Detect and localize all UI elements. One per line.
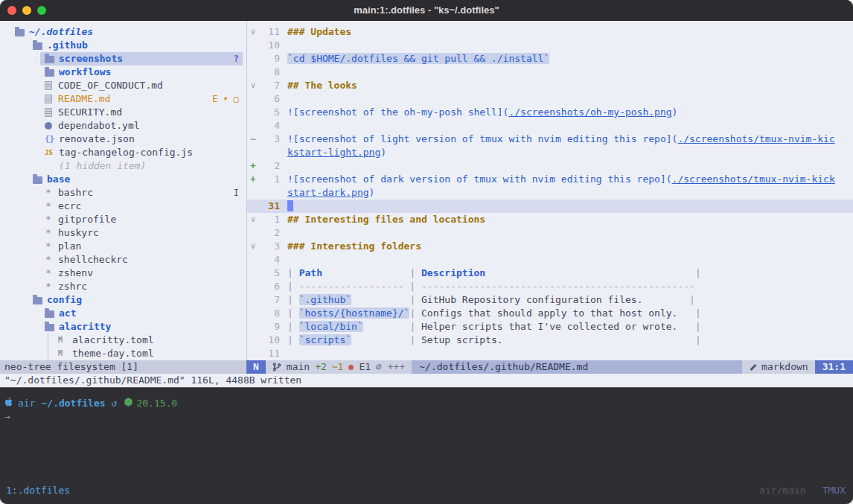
line-text: ### Updates bbox=[287, 25, 853, 39]
tree-item-1-hidden-item[interactable]: (1 hidden item) bbox=[0, 159, 246, 173]
line-number: 5 bbox=[259, 106, 280, 119]
folder-icon bbox=[45, 310, 54, 318]
gutter-fold bbox=[247, 226, 259, 240]
tree-item-huskyrc[interactable]: *huskyrc bbox=[0, 226, 246, 240]
neotree-statusline: neo-tree filesystem [1] bbox=[0, 360, 246, 374]
tree-item-zshenv[interactable]: *zshenv bbox=[0, 267, 246, 280]
git-status-badge: I bbox=[234, 186, 246, 200]
line-number: 7 bbox=[259, 79, 280, 92]
folder-icon bbox=[15, 29, 25, 36]
editor-line[interactable]: 9| `local/bin` | Helper scripts that I'v… bbox=[247, 320, 853, 334]
nvim-region: ~/.dotfiles.githubscreenshots?workflowsC… bbox=[0, 21, 853, 387]
editor-line[interactable]: 10| `scripts` | Setup scripts. | bbox=[247, 334, 853, 347]
folder-icon bbox=[45, 324, 54, 331]
shell-pane[interactable]: air ~/.dotfiles ↺ 20.15.0 → bbox=[0, 387, 853, 480]
gutter-fold bbox=[247, 119, 259, 133]
tmux-window-item[interactable]: 1:.dotfiles bbox=[6, 485, 70, 496]
tree-item-screenshots[interactable]: screenshots? bbox=[0, 52, 246, 66]
tree-item-theme-day-toml[interactable]: Mtheme-day.toml bbox=[0, 347, 246, 360]
editor-line[interactable]: 5![screenshot of the oh-my-posh shell](.… bbox=[247, 106, 853, 119]
error-icon bbox=[348, 365, 354, 370]
editor-line[interactable]: ∨1## Interesting files and locations bbox=[247, 213, 853, 226]
editor-line[interactable]: 31 bbox=[247, 200, 853, 213]
editor-line[interactable]: 4 bbox=[247, 119, 853, 133]
editor-line[interactable]: 2 bbox=[247, 226, 853, 240]
tree-item-label: config bbox=[47, 293, 82, 307]
tree-item-dependabot-yml[interactable]: dependabot.yml bbox=[0, 119, 246, 133]
star-icon: * bbox=[45, 213, 52, 226]
tree-item-readme-md[interactable]: README.mdE•▢ bbox=[0, 92, 246, 106]
line-number: 2 bbox=[259, 159, 280, 173]
star-icon: * bbox=[45, 280, 52, 293]
editor-buffer[interactable]: ∨11### Updates109`cd $HOME/.dotfiles && … bbox=[246, 21, 853, 360]
editor-line[interactable]: +2 bbox=[247, 159, 853, 173]
editor-line[interactable]: +1![screenshot of dark version of tmux w… bbox=[247, 173, 853, 186]
editor-line[interactable]: 7| `.github` | GitHub Repository configu… bbox=[247, 293, 853, 307]
editor-line[interactable]: 6 bbox=[247, 92, 853, 106]
gutter-sign: ~ bbox=[247, 133, 259, 146]
line-number: 9 bbox=[259, 52, 280, 66]
line-number: 6 bbox=[259, 280, 280, 293]
line-text: | `.github` | GitHub Repository configur… bbox=[287, 293, 853, 307]
line-text bbox=[287, 92, 853, 106]
line-number: 5 bbox=[259, 267, 280, 280]
editor-line[interactable]: 4 bbox=[247, 253, 853, 267]
editor-line[interactable]: 11 bbox=[247, 347, 853, 360]
editor-line[interactable]: kstart-light.png) bbox=[247, 146, 853, 159]
tree-item-base[interactable]: base bbox=[0, 173, 246, 186]
editor-line[interactable]: ∨3### Interesting folders bbox=[247, 240, 853, 253]
zoom-button[interactable] bbox=[37, 6, 46, 15]
tree-item-bashrc[interactable]: *bashrcI bbox=[0, 186, 246, 200]
minimize-button[interactable] bbox=[22, 6, 31, 15]
tree-item-dotfiles[interactable]: ~/.dotfiles bbox=[0, 25, 246, 39]
tree-item-label: renovate.json bbox=[59, 133, 135, 146]
line-number bbox=[259, 146, 280, 159]
gutter-sign: ∨ bbox=[247, 213, 259, 226]
gutter-fold bbox=[247, 106, 259, 119]
tree-item-label: tag-changelog-config.js bbox=[59, 146, 193, 159]
tree-item-act[interactable]: act bbox=[0, 307, 246, 320]
tree-item-config[interactable]: config bbox=[0, 293, 246, 307]
mfile-icon: M bbox=[58, 347, 68, 360]
line-text: ### Interesting folders bbox=[287, 240, 853, 253]
neotree-status-text: neo-tree filesystem [1] bbox=[4, 361, 138, 372]
filetype-label: markdown bbox=[761, 360, 808, 374]
editor-line[interactable]: ~3![screenshot of light version of tmux … bbox=[247, 133, 853, 146]
node-icon bbox=[124, 397, 132, 410]
tree-item-label: zshrc bbox=[58, 280, 87, 293]
tree-item-code-of-conduct-md[interactable]: CODE_OF_CONDUCT.md bbox=[0, 79, 246, 92]
editor-line[interactable]: 10 bbox=[247, 39, 853, 52]
editor-line[interactable]: 9`cd $HOME/.dotfiles && git pull && ./in… bbox=[247, 52, 853, 66]
gutter-fold bbox=[247, 320, 259, 334]
tree-item-renovate-json[interactable]: {}renovate.json bbox=[0, 133, 246, 146]
tree-item-ecrc[interactable]: *ecrc bbox=[0, 200, 246, 213]
gutter-sign: + bbox=[247, 159, 259, 173]
editor-line[interactable]: ∨7## The looks bbox=[247, 79, 853, 92]
tree-item-shellcheckrc[interactable]: *shellcheckrc bbox=[0, 253, 246, 267]
tree-item-workflows[interactable]: workflows bbox=[0, 66, 246, 79]
gutter-fold bbox=[247, 92, 259, 106]
line-text: ![screenshot of the oh-my-posh shell](./… bbox=[287, 106, 853, 119]
tree-item-alacritty[interactable]: alacritty bbox=[0, 320, 246, 334]
mode-indicator: N bbox=[246, 360, 266, 374]
close-button[interactable] bbox=[7, 6, 16, 15]
tree-item-github[interactable]: .github bbox=[0, 39, 246, 52]
tree-item-security-md[interactable]: SECURITY.md bbox=[0, 106, 246, 119]
star-icon: * bbox=[45, 226, 52, 240]
tree-item-gitprofile[interactable]: *gitprofile bbox=[0, 213, 246, 226]
tree-item-plan[interactable]: *plan bbox=[0, 240, 246, 253]
tree-item-alacritty-toml[interactable]: Malacritty.toml bbox=[0, 334, 246, 347]
editor-line[interactable]: 8 bbox=[247, 66, 853, 79]
folder-icon bbox=[33, 42, 42, 50]
prompt-char[interactable]: → bbox=[4, 410, 853, 424]
editor-line[interactable]: start-dark.png) bbox=[247, 186, 853, 200]
line-text: ## The looks bbox=[287, 79, 853, 92]
line-text: | Path | Description | bbox=[287, 267, 853, 280]
line-number: 2 bbox=[259, 226, 280, 240]
editor-line[interactable]: 5| Path | Description | bbox=[247, 267, 853, 280]
editor-line[interactable]: ∨11### Updates bbox=[247, 25, 853, 39]
tree-item-zshrc[interactable]: *zshrc bbox=[0, 280, 246, 293]
editor-line[interactable]: 6| ------------------ | ----------------… bbox=[247, 280, 853, 293]
tree-item-tag-changelog-config-js[interactable]: JStag-changelog-config.js bbox=[0, 146, 246, 159]
editor-line[interactable]: 8| `hosts/{hostname}/`| Configs that sho… bbox=[247, 307, 853, 320]
